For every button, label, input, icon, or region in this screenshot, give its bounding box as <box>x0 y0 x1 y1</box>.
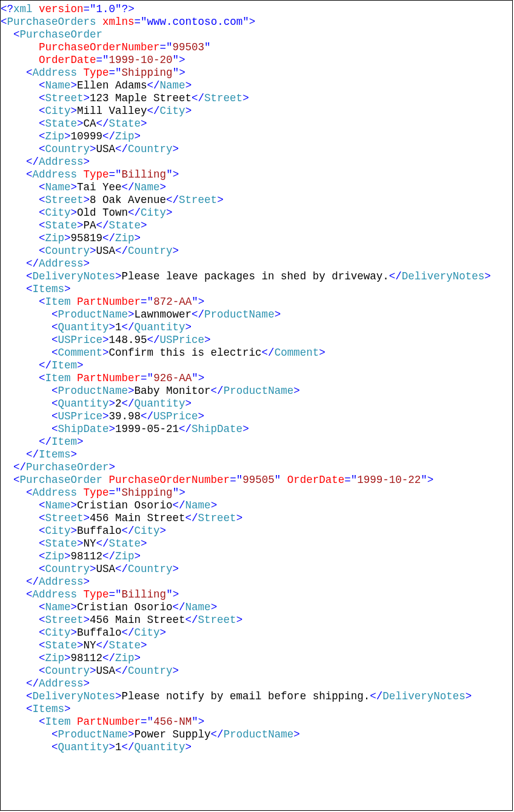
xml-code-block: <?xml version="1.0"?> <PurchaseOrders xm… <box>0 0 513 811</box>
xml-decl: xml <box>13 3 33 15</box>
